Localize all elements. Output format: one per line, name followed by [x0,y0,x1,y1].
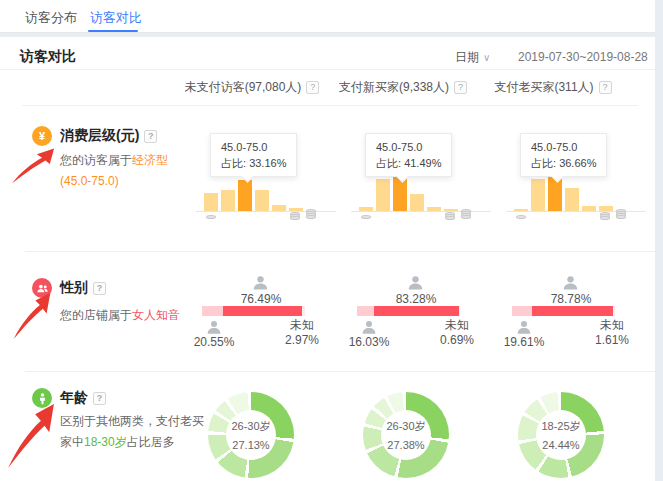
chart-tooltip: 45.0-75.0 占比: 41.49% [365,133,452,177]
male-percentage: 20.55% [190,335,238,349]
active-tab-indicator [88,30,138,32]
column-header-repeat-buyers: 支付老买家(311人)? [478,79,628,96]
unknown-percentage: 1.61% [586,333,638,347]
gender-chart-new-buyers: 83.28% 16.03% 未知 0.69% [345,265,495,365]
donut-center-label: 26-30岁 27.13% [226,410,276,460]
consumption-chart-repeat-buyers: 45.0-75.0 占比: 36.66% [500,113,650,251]
donut-center-label: 26-30岁 27.38% [381,410,431,460]
chevron-down-icon: ∨ [483,52,490,63]
coins-high-icon [306,211,316,219]
gender-segment-female [223,306,302,316]
coins-high-icon [445,214,455,220]
tab-visitor-distribution[interactable]: 访客分布 [25,9,77,27]
age-chart-unpaid: 26-30岁 27.13% [190,375,340,481]
card-title: 访客对比 [20,48,76,66]
date-filter-dropdown[interactable]: 日期∨ [455,49,490,66]
date-filter-label: 日期 [455,50,479,64]
gender-row: 性别? 您的店铺属于女人知音 76.49% 20.55% 未知 2.97% 83… [0,265,655,365]
divider [25,371,655,372]
bar-highlighted [238,180,252,211]
male-icon [516,319,532,335]
consumption-description: 您的访客属于经济型(45.0-75.0) [60,150,194,192]
help-icon[interactable]: ? [599,81,612,94]
chart-tooltip: 45.0-75.0 占比: 33.16% [210,133,297,177]
age-description: 区别于其他两类，支付老买家中18-30岁占比居多 [60,411,210,453]
annotation-arrow-icon [12,291,52,341]
female-icon [407,274,424,291]
yuan-icon: ¥ [32,126,52,146]
tab-visitor-comparison[interactable]: 访客对比 [90,9,142,27]
coins-high-icon [290,214,300,220]
age-chart-new-buyers: 26-30岁 27.38% [345,375,495,481]
bar [221,190,235,211]
unknown-label: 未知 [586,317,638,334]
unknown-label: 未知 [431,317,483,334]
age-chart-repeat-buyers: 18-25岁 24.44% [500,375,650,481]
gender-chart-repeat-buyers: 78.78% 19.61% 未知 1.61% [500,265,650,365]
male-percentage: 19.61% [500,335,548,349]
coins-low-icon [516,217,526,219]
bar-chart [514,171,613,211]
column-header-unpaid-visitors: 未支付访客(97,080人)? [177,79,327,96]
age-donut-chart: 26-30岁 27.13% [208,392,294,478]
male-icon [361,319,377,335]
bar [255,190,269,211]
female-icon [252,274,269,291]
bar-chart [204,171,303,211]
age-title: 年龄? [60,389,106,407]
chart-tooltip: 45.0-75.0 占比: 36.66% [520,133,607,177]
gender-segment-female [532,306,613,316]
consumption-chart-new-buyers: 45.0-75.0 占比: 41.49% [345,113,495,251]
coins-low-icon [206,217,216,219]
gender-ratio-bar [202,306,305,316]
gender-segment-unknown [302,306,305,316]
donut-center-label: 18-25岁 24.44% [536,410,586,460]
gender-segment-unknown [459,306,460,316]
female-percentage: 76.49% [216,292,306,306]
consumption-title: 消费层级(元)? [60,127,157,145]
gender-segment-unknown [613,306,615,316]
visitor-comparison-card: 访客对比 日期∨ 2019-07-30~2019-08-28 未支付访客(97,… [0,37,655,481]
gender-segment-male [357,306,374,316]
help-icon[interactable]: ? [144,130,157,143]
help-icon[interactable]: ? [454,81,467,94]
coins-low-icon [361,217,371,219]
age-donut-chart: 18-25岁 24.44% [518,392,604,478]
page: 访客分布 访客对比 访客对比 日期∨ 2019-07-30~2019-08-28… [0,0,663,481]
unknown-percentage: 0.69% [431,333,483,347]
annotation-arrow-icon [10,147,56,185]
gender-chart-unpaid: 76.49% 20.55% 未知 2.97% [190,265,340,365]
column-header-new-buyers: 支付新买家(9,338人)? [330,79,476,96]
bar [376,179,390,211]
bar [204,193,218,211]
bar-chart [359,171,458,211]
help-icon[interactable]: ? [306,81,319,94]
unknown-percentage: 2.97% [276,333,328,347]
age-row: 年龄? 区别于其他两类，支付老买家中18-30岁占比居多 26-30岁 27.1… [0,375,655,481]
divider [22,105,638,106]
date-range-value[interactable]: 2019-07-30~2019-08-28 [518,50,648,64]
female-percentage: 83.28% [371,292,461,306]
bar [531,179,545,211]
bar [565,188,579,211]
gender-ratio-bar [357,306,460,316]
unknown-label: 未知 [276,317,328,334]
female-percentage: 78.78% [526,292,616,306]
tab-bar: 访客分布 访客对比 [0,0,655,33]
male-icon [206,319,222,335]
gender-segment-male [202,306,223,316]
bar [410,194,424,211]
gender-segment-male [512,306,532,316]
consumption-level-row: ¥ 消费层级(元)? 您的访客属于经济型(45.0-75.0) 45.0-75.… [0,113,655,251]
coins-high-icon [616,211,626,219]
divider [0,69,655,70]
gender-segment-female [374,306,460,316]
male-percentage: 16.03% [345,335,393,349]
coins-high-icon [461,211,471,219]
help-icon[interactable]: ? [93,282,106,295]
help-icon[interactable]: ? [93,392,106,405]
consumption-chart-unpaid: 45.0-75.0 占比: 33.16% [190,113,340,251]
annotation-arrow-icon [6,401,56,471]
gender-ratio-bar [512,306,615,316]
gender-title: 性别? [60,279,106,297]
